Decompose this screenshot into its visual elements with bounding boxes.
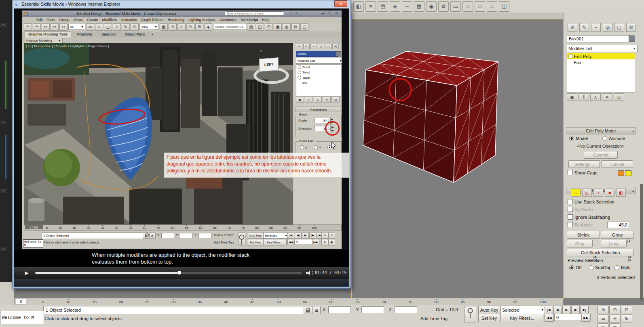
selection-set-dropdown[interactable]: Selected ▼: [500, 306, 546, 314]
help-icon[interactable]: ?: [296, 11, 297, 15]
toolbar-icon[interactable]: ⊞: [265, 23, 273, 31]
toolbar-icon[interactable]: ↷: [33, 23, 41, 31]
element-subobject-icon[interactable]: ◧: [616, 189, 626, 197]
selection-set-dropdown[interactable]: Selected▼: [263, 232, 289, 239]
selection-filter-dropdown[interactable]: All▼: [68, 24, 85, 30]
by-angle-checkbox[interactable]: By Angle:: [568, 222, 593, 227]
z-coordinate-field[interactable]: [198, 233, 211, 238]
ribbon-collapse-icon[interactable]: ▴: [152, 32, 153, 36]
viewport-nav-icon[interactable]: ⇱: [598, 323, 609, 327]
bulb-icon[interactable]: [298, 65, 301, 69]
y-coordinate-field[interactable]: [361, 306, 384, 313]
next-key-button[interactable]: ▶▶: [581, 314, 591, 322]
stack-tool-icon[interactable]: ‖: [305, 97, 313, 103]
panel-scrollbar[interactable]: [640, 184, 643, 301]
grow-button[interactable]: Grow: [601, 231, 634, 239]
toolbar-icon[interactable]: ◧: [353, 1, 364, 12]
keyboard-override-button[interactable]: [238, 233, 245, 245]
cancel-button[interactable]: Cancel: [602, 160, 633, 168]
selection-lock-button[interactable]: [143, 233, 149, 239]
named-selection-set-field[interactable]: Create Selection Se: [213, 24, 246, 30]
toolbar-icon[interactable]: ◉: [426, 1, 437, 12]
toolbar-icon[interactable]: ♨: [475, 1, 485, 12]
toolbar-icon[interactable]: ⌖: [95, 23, 103, 31]
viewport-nav-icon[interactable]: ⊡: [328, 232, 335, 239]
modifier-stack-item[interactable]: Box: [296, 80, 341, 86]
viewport-nav-icon[interactable]: ⊕: [321, 232, 328, 239]
viewport-nav-icon[interactable]: ↻: [621, 314, 632, 323]
command-panel-tab-icon[interactable]: ⚒: [332, 44, 339, 49]
command-panel-tab-icon[interactable]: ▢: [614, 23, 624, 32]
axis-y-radio[interactable]: Y: [314, 145, 321, 149]
add-time-tag-label[interactable]: Add Time Tag: [420, 316, 448, 321]
playback-button[interactable]: ▶: [562, 306, 571, 314]
toolbar-icon[interactable]: %: [186, 23, 194, 31]
toolbar-icon[interactable]: ↻: [122, 23, 130, 31]
ignore-backfacing-checkbox[interactable]: Ignore Backfacing: [568, 214, 610, 220]
welcome-taskbar-item[interactable]: Welcome to M: [23, 239, 43, 247]
reference-coordinate-dropdown[interactable]: View▼: [139, 24, 159, 30]
commit-button[interactable]: Commit: [584, 151, 618, 159]
toolbar-icon[interactable]: ▤: [378, 1, 388, 12]
toolbar-icon[interactable]: ◻: [104, 23, 112, 31]
viewport-nav-icon[interactable]: ✛: [609, 314, 621, 323]
menu-item[interactable]: Tools: [45, 18, 57, 22]
modifier-list-dropdown[interactable]: Modifier List▼: [296, 58, 342, 64]
viewport-nav-icon[interactable]: ▣: [609, 323, 621, 327]
bulb-icon[interactable]: [298, 71, 301, 74]
toolbar-icon[interactable]: ♨: [462, 1, 473, 12]
video-viewport[interactable]: [ + ] [ Perspective ] [ Smooth + Highlig…: [24, 43, 293, 224]
seek-handle[interactable]: [177, 271, 181, 275]
bulb-icon[interactable]: [568, 54, 573, 59]
stack-tool-icon[interactable]: ‖: [579, 93, 589, 101]
command-panel-tab-icon[interactable]: ⌁: [591, 23, 601, 32]
cage-color-swatch-1[interactable]: [618, 170, 624, 176]
stack-tool-icon[interactable]: ✕: [323, 97, 331, 103]
toolbar-icon[interactable]: ◈: [204, 23, 212, 31]
command-panel-tab-icon[interactable]: ◎: [318, 44, 324, 49]
toolbar-icon[interactable]: ≡: [365, 1, 376, 12]
toolbar-icon[interactable]: ↶: [24, 23, 32, 31]
z-coordinate-field[interactable]: [395, 306, 417, 313]
menu-item[interactable]: Rendering: [166, 18, 187, 22]
dock-item[interactable]: [+|]: [1, 23, 6, 27]
toolbar-icon[interactable]: ◫: [256, 23, 264, 31]
play-button[interactable]: ▶: [22, 268, 31, 277]
menu-item[interactable]: Modifiers: [100, 18, 119, 22]
stack-tool-icon[interactable]: ✕: [602, 93, 612, 101]
object-name-field[interactable]: Box001: [567, 35, 630, 42]
playback-button[interactable]: |◀: [287, 232, 294, 239]
close-button[interactable]: ✕: [335, 11, 338, 15]
time-slider[interactable]: 0 / 100: [25, 225, 43, 229]
auto-key-button[interactable]: Auto Key: [478, 306, 500, 314]
stack-tool-icon[interactable]: ▣: [567, 93, 577, 101]
cage-color-swatch-2[interactable]: [625, 170, 631, 176]
key-filters-button[interactable]: Key Filters...: [263, 239, 287, 245]
modifier-stack-item-box[interactable]: Box: [567, 59, 635, 65]
animate-radio[interactable]: Animate: [602, 136, 625, 141]
toolbar-icon[interactable]: ◫: [499, 1, 509, 12]
dock-item[interactable]: [+|]: [1, 247, 6, 251]
object-color-swatch[interactable]: [336, 51, 341, 57]
modifier-list-dropdown[interactable]: Modifier List ▼: [567, 45, 638, 52]
stack-tool-icon[interactable]: ⋏: [314, 97, 322, 103]
previous-key-button[interactable]: ◀◀: [545, 314, 554, 322]
viewport-nav-icon[interactable]: ▣: [328, 239, 335, 245]
modifier-stack-item-editpoly[interactable]: Edit Poly: [567, 53, 635, 59]
viewcube[interactable]: ⌂ LEFT: [253, 53, 287, 87]
search-input[interactable]: [224, 11, 284, 16]
current-frame-field[interactable]: 0: [554, 314, 584, 321]
playback-button[interactable]: ▶|: [580, 306, 589, 314]
stack-tool-icon[interactable]: ⊞: [614, 93, 624, 101]
toolbar-icon[interactable]: ∽: [402, 1, 412, 12]
viewcube-face-left[interactable]: LEFT: [259, 57, 279, 71]
toolbar-icon[interactable]: ▭: [86, 23, 94, 31]
modifier-stack[interactable]: Bend Twist Taper Box: [296, 64, 341, 96]
toolbar-icon[interactable]: ⚯: [59, 23, 68, 31]
toolbar-icon[interactable]: 3: [169, 23, 177, 31]
command-panel-tab-icon[interactable]: ⚒: [626, 23, 636, 32]
volume-icon[interactable]: [306, 270, 312, 276]
loop-button[interactable]: Loop: [601, 240, 627, 247]
favorites-icon[interactable]: ☆: [290, 11, 293, 15]
menu-item[interactable]: Graph Editors: [139, 18, 166, 22]
